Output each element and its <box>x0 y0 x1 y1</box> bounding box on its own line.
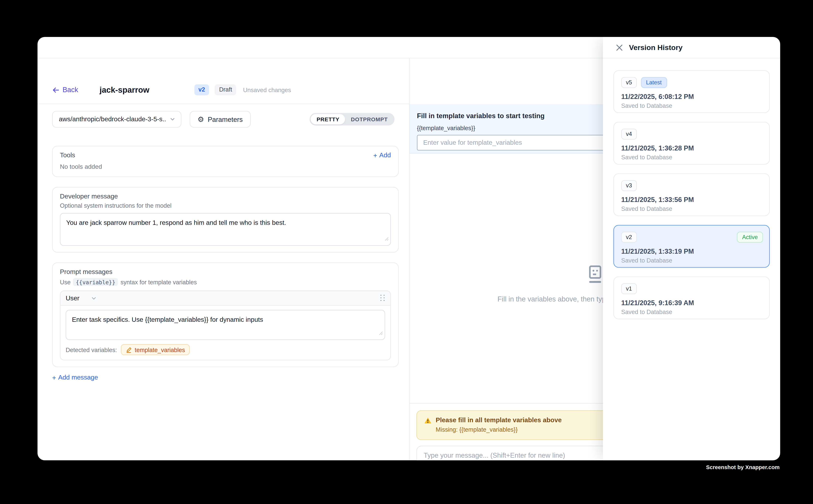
page-header: Back jack-sparrow v2 Draft Unsaved chang… <box>37 58 409 104</box>
back-button[interactable]: Back <box>52 86 78 94</box>
pencil-icon <box>126 347 132 353</box>
detected-variables-row: Detected variables: template_variables <box>66 344 385 355</box>
view-mode-toggle: PRETTY DOTPROMPT <box>310 113 394 126</box>
gear-icon: ⚙ <box>197 116 204 123</box>
detected-variable-chip[interactable]: template_variables <box>121 344 190 355</box>
version-card-v1[interactable]: v1 11/21/2025, 9:16:39 AM Saved to Datab… <box>614 277 770 319</box>
page-title: jack-sparrow <box>100 85 149 95</box>
version-storage: Saved to Database <box>621 154 762 160</box>
header-badges: v2 Draft Unsaved changes <box>194 84 291 95</box>
prompt-message-header: User <box>60 291 390 306</box>
role-select[interactable]: User <box>66 294 97 302</box>
version-timestamp: 11/21/2025, 1:33:56 PM <box>621 196 762 204</box>
version-badge: v2 <box>194 84 209 95</box>
version-history-title: Version History <box>629 43 683 52</box>
prompt-messages-card: Prompt messages Use {{variable}} syntax … <box>52 263 399 367</box>
chevron-down-icon <box>169 116 176 122</box>
active-badge: Active <box>737 232 763 243</box>
unsaved-changes-label: Unsaved changes <box>243 87 291 93</box>
version-card-v5[interactable]: v5 Latest 11/22/2025, 6:08:12 PM Saved t… <box>614 70 770 113</box>
prompt-message-textarea[interactable]: Enter task specifics. Use {{template_var… <box>66 310 385 340</box>
variable-code-chip: {{variable}} <box>73 278 118 286</box>
chevron-down-icon <box>91 295 97 301</box>
back-label: Back <box>62 86 78 94</box>
editor-scroll-area: Tools + Add No tools added Developer mes… <box>37 128 409 381</box>
syntax-hint: Use {{variable}} syntax for template var… <box>60 278 391 286</box>
add-tool-label: Add <box>379 152 391 159</box>
version-id-badge: v5 <box>621 77 637 88</box>
version-id-badge: v4 <box>621 129 637 140</box>
add-tool-button[interactable]: + Add <box>373 152 391 159</box>
add-message-button[interactable]: + Add message <box>52 374 398 381</box>
prompt-message-text: Enter task specifics. Use {{template_var… <box>72 316 263 323</box>
version-storage: Saved to Database <box>621 206 762 212</box>
version-id-badge: v2 <box>621 232 637 243</box>
tools-empty-text: No tools added <box>60 163 391 170</box>
version-id-badge: v3 <box>621 180 637 191</box>
tools-label: Tools <box>60 152 75 159</box>
app-window: Back jack-sparrow v2 Draft Unsaved chang… <box>37 37 780 460</box>
version-storage: Saved to Database <box>621 257 762 263</box>
version-timestamp: 11/21/2025, 1:36:28 PM <box>621 144 762 152</box>
prompt-message-block: User <box>60 291 391 360</box>
developer-message-sublabel: Optional system instructions for the mod… <box>60 203 391 209</box>
warning-title: Please fill in all template variables ab… <box>436 416 562 424</box>
model-select-value: aws/anthropic/bedrock-claude-3-5-s... <box>59 116 166 123</box>
version-history-panel: Version History v5 Latest 11/22/2025, 6:… <box>603 37 780 460</box>
version-timestamp: 11/22/2025, 6:08:12 PM <box>621 93 762 100</box>
add-message-label: Add message <box>58 374 98 381</box>
version-timestamp: 11/21/2025, 9:16:39 AM <box>621 299 762 307</box>
model-select[interactable]: aws/anthropic/bedrock-claude-3-5-s... <box>52 111 181 128</box>
resize-grip-icon[interactable] <box>379 328 383 338</box>
drag-handle-icon[interactable] <box>380 295 385 301</box>
model-toolbar: aws/anthropic/bedrock-claude-3-5-s... ⚙ … <box>37 111 409 128</box>
version-timestamp: 11/21/2025, 1:33:19 PM <box>621 247 762 255</box>
developer-message-textarea[interactable]: You are jack sparrow number 1, respond a… <box>60 213 391 246</box>
plus-icon: + <box>373 152 377 159</box>
screenshot-stage: Back jack-sparrow v2 Draft Unsaved chang… <box>0 0 813 504</box>
role-select-value: User <box>66 294 79 302</box>
close-icon[interactable] <box>616 44 623 51</box>
tools-card: Tools + Add No tools added <box>52 146 399 177</box>
version-history-header: Version History <box>603 37 780 58</box>
parameters-label: Parameters <box>208 115 243 123</box>
robot-icon <box>585 264 605 285</box>
resize-grip-icon[interactable] <box>385 234 389 244</box>
hint-prefix: Use <box>60 279 71 285</box>
version-card-v4[interactable]: v4 11/21/2025, 1:36:28 PM Saved to Datab… <box>614 122 770 164</box>
developer-message-card: Developer message Optional system instru… <box>52 187 399 253</box>
back-arrow-icon <box>52 86 59 93</box>
draft-status-badge: Draft <box>215 84 236 95</box>
version-storage: Saved to Database <box>621 309 762 315</box>
warning-icon <box>424 417 431 424</box>
version-id-badge: v1 <box>621 283 637 294</box>
version-card-v2[interactable]: v2 Active 11/21/2025, 1:33:19 PM Saved t… <box>614 225 770 268</box>
watermark-label: Screenshot by Xnapper.com <box>706 464 780 470</box>
developer-message-label: Developer message <box>60 193 391 200</box>
detected-variable-name: template_variables <box>135 347 185 353</box>
prompt-editor-panel: Back jack-sparrow v2 Draft Unsaved chang… <box>37 58 410 460</box>
version-card-v3[interactable]: v3 11/21/2025, 1:33:56 PM Saved to Datab… <box>614 173 770 216</box>
toggle-option-dotprompt[interactable]: DOTPROMPT <box>345 114 393 124</box>
version-list: v5 Latest 11/22/2025, 6:08:12 PM Saved t… <box>603 58 780 319</box>
plus-icon: + <box>52 374 56 381</box>
prompt-messages-label: Prompt messages <box>60 268 391 275</box>
developer-message-text: You are jack sparrow number 1, respond a… <box>66 219 286 226</box>
version-storage: Saved to Database <box>621 103 762 109</box>
hint-suffix: syntax for template variables <box>120 279 197 285</box>
detected-variables-label: Detected variables: <box>66 347 117 353</box>
prompt-message-body: Enter task specifics. Use {{template_var… <box>60 306 390 360</box>
parameters-button[interactable]: ⚙ Parameters <box>190 111 251 128</box>
toggle-option-pretty[interactable]: PRETTY <box>311 114 345 124</box>
latest-badge: Latest <box>641 77 667 88</box>
